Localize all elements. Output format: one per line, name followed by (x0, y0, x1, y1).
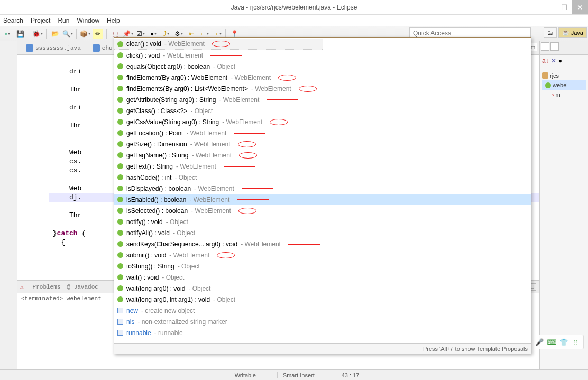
method-icon (117, 52, 123, 58)
menu-window[interactable]: Window (77, 17, 99, 24)
proposal-item[interactable]: hashCode() : int - Object (114, 172, 531, 183)
proposal-signature: getLocation() : Point (126, 129, 183, 137)
status-cursor-position: 43 : 17 (336, 372, 360, 378)
proposal-item[interactable]: clear() : void - WebElement (114, 39, 323, 50)
proposal-item[interactable]: wait(long arg0) : void - Object (114, 283, 531, 294)
left-gutter (0, 41, 17, 369)
proposal-item[interactable]: runnable - runnable (114, 327, 531, 338)
annotation-ellipse-icon (238, 208, 256, 214)
proposal-item[interactable]: isEnabled() : boolean - WebElement (114, 194, 531, 205)
method-icon (117, 119, 123, 125)
proposal-item[interactable]: getTagName() : String - WebElement (114, 150, 531, 161)
filter-icon[interactable]: ● (558, 57, 562, 64)
tab-javadoc[interactable]: @ Javadoc (67, 284, 98, 290)
proposal-item[interactable]: equals(Object arg0) : boolean - Object (114, 61, 531, 72)
menu-help[interactable]: Help (107, 17, 120, 24)
proposal-signature: runnable (126, 329, 151, 337)
proposal-item[interactable]: isSelected() : boolean - WebElement (114, 205, 531, 216)
method-icon (117, 274, 123, 280)
proposal-item[interactable]: findElement(By arg0) : WebElement - WebE… (114, 72, 531, 83)
proposal-source: - WebElement (186, 129, 226, 137)
status-bar: Writable Smart Insert 43 : 17 (0, 369, 588, 380)
proposal-item[interactable]: notifyAll() : void - Object (114, 227, 531, 238)
proposal-item[interactable]: getLocation() : Point - WebElement (114, 127, 531, 138)
perspective-java-button[interactable]: ☕ Java (558, 27, 587, 38)
annotation-underline-icon (210, 55, 242, 56)
proposal-list[interactable]: clear() : void - WebElementclick() : voi… (114, 38, 531, 343)
proposal-item[interactable]: wait() : void - Object (114, 272, 531, 283)
annotation-ellipse-icon (299, 86, 317, 92)
proposal-item[interactable]: findElements(By arg0) : List<WebElement>… (114, 83, 531, 94)
proposal-item[interactable]: getCssValue(String arg0) : String - WebE… (114, 116, 531, 127)
proposal-signature: getTagName() : String (126, 152, 188, 159)
outline-class[interactable]: webel (542, 80, 586, 90)
new-icon[interactable]: ▫▾ (2, 29, 13, 39)
sort-icon[interactable]: a↓ (542, 57, 549, 64)
proposal-source: - Object (213, 63, 235, 70)
proposal-source: - WebElement (219, 96, 259, 104)
window-close-button[interactable]: ✕ (572, 0, 588, 14)
proposal-item[interactable]: submit() : void - WebElement (114, 249, 531, 261)
ime-settings-icon[interactable]: ⁝⁝ (571, 337, 581, 347)
proposal-item[interactable]: getAttribute(String arg0) : String - Web… (114, 94, 531, 105)
proposal-source: - Object (190, 107, 213, 115)
open-perspective-button[interactable]: 🗂 (544, 27, 557, 38)
proposal-item[interactable]: toString() : String - Object (114, 261, 531, 272)
annotation-underline-icon (288, 244, 320, 245)
menu-run[interactable]: Run (58, 17, 69, 24)
proposal-signature: new (126, 307, 138, 314)
proposal-source: - Object (178, 263, 200, 270)
proposal-item[interactable]: getText() : String - WebElement (114, 161, 531, 172)
save-icon[interactable]: 💾 (15, 29, 25, 39)
proposal-item[interactable]: getSize() : Dimension - WebElement (114, 138, 531, 150)
proposal-signature: isDisplayed() : boolean (126, 185, 191, 192)
proposal-source: - WebElement (194, 185, 234, 192)
menu-project[interactable]: Project (31, 17, 50, 24)
method-icon (117, 197, 123, 202)
hide-icon[interactable]: ✕ (551, 57, 556, 64)
window-title: Java - rjcs/src/rjcs/webelement.java - E… (231, 4, 357, 11)
outline-method[interactable]: s m (542, 90, 586, 99)
proposal-signature: equals(Object arg0) : boolean (126, 63, 210, 70)
proposal-item[interactable]: sendKeys(CharSequence... arg0) : void - … (114, 238, 531, 249)
proposal-item[interactable]: nls - non-externalized string marker (114, 316, 531, 327)
tab-problems[interactable]: ⚠ Problems (20, 283, 60, 291)
proposal-item[interactable]: notify() : void - Object (114, 216, 531, 227)
search-icon[interactable]: 🔍▾ (62, 29, 73, 39)
status-insert-mode: Smart Insert (277, 372, 315, 378)
proposal-item[interactable]: getClass() : Class<?> - Object (114, 105, 531, 116)
class-icon (545, 82, 551, 88)
outline-package[interactable]: rjcs (542, 71, 586, 80)
annotation-underline-icon (234, 133, 265, 134)
proposal-item[interactable]: wait(long arg0, int arg1) : void - Objec… (114, 294, 531, 305)
method-icon (117, 63, 123, 69)
proposal-source: - WebElement (189, 196, 229, 203)
debug-icon[interactable]: 🐞▾ (32, 29, 43, 39)
proposal-item[interactable]: new - create new object (114, 305, 531, 316)
proposal-item[interactable]: click() : void - WebElement (114, 50, 531, 61)
ime-voice-icon[interactable]: 🎤 (535, 337, 544, 347)
proposal-source: - Object (173, 229, 195, 237)
open-type-icon[interactable]: 📂 (50, 29, 60, 39)
window-maximize-button[interactable]: ☐ (556, 0, 572, 14)
outline-max-icon[interactable] (550, 42, 559, 51)
proposal-source: - WebElement (164, 40, 205, 48)
proposal-source: - WebElement (241, 240, 281, 248)
proposal-source: - WebElement (190, 141, 231, 148)
proposal-signature: notifyAll() : void (126, 229, 170, 237)
tab-file-1[interactable]: ssssssss.java (20, 42, 87, 54)
ime-skin-icon[interactable]: 👕 (559, 337, 568, 347)
outline-min-icon[interactable] (541, 42, 549, 51)
ime-keyboard-icon[interactable]: ⌨ (547, 337, 556, 347)
static-marker-icon: s (552, 90, 554, 99)
highlight-icon[interactable]: ✏ (93, 29, 103, 39)
annotation-underline-icon (242, 188, 273, 189)
template-icon (117, 319, 123, 325)
method-icon (117, 163, 123, 169)
menu-search[interactable]: Search (3, 17, 23, 24)
new-package-icon[interactable]: 📦▾ (80, 29, 90, 39)
window-minimize-button[interactable]: — (540, 0, 556, 14)
proposal-signature: wait(long arg0, int arg1) : void (126, 296, 210, 303)
proposal-item[interactable]: isDisplayed() : boolean - WebElement (114, 183, 531, 194)
method-icon (117, 241, 123, 247)
